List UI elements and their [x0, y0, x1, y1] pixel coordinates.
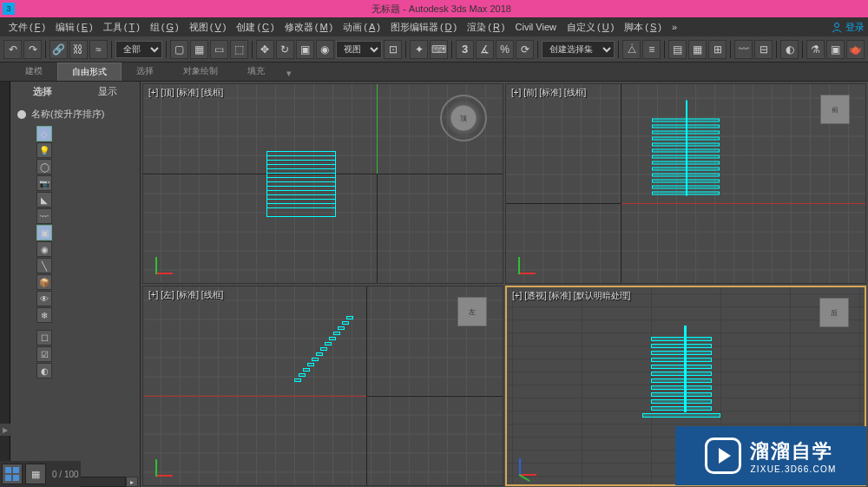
curve-editor-button[interactable]: 〰 [734, 40, 753, 59]
menu-civil-view[interactable]: Civil View [510, 20, 562, 34]
menu-tools[interactable]: 工具(T) [98, 19, 145, 36]
percent-snap-button[interactable]: % [496, 40, 514, 59]
select-object-button[interactable]: ▢ [170, 40, 188, 59]
viewport-top[interactable]: [+] [顶] [标准] [线框] 顶 [142, 83, 503, 284]
filter-hidden-icon[interactable]: ❄ [36, 307, 52, 323]
menu-rendering[interactable]: 渲染(R) [462, 19, 510, 36]
viewport-layout-button[interactable] [2, 464, 23, 484]
stairs-object-front[interactable] [652, 116, 720, 195]
explorer-button[interactable]: ▦ [688, 40, 707, 59]
material-button[interactable]: ◐ [780, 40, 799, 59]
bind-button[interactable]: ≈ [89, 40, 108, 59]
angle-snap-button[interactable]: ∡ [476, 40, 494, 59]
ribbon-tab-populate[interactable]: 填充 [233, 62, 279, 81]
menu-file[interactable]: 文件(F) [3, 19, 50, 36]
filter-xrefs-icon[interactable]: ◉ [36, 241, 52, 257]
select-window-button[interactable]: ⬚ [230, 40, 248, 59]
filter-warps-icon[interactable]: 〰 [36, 208, 52, 224]
user-icon [831, 21, 843, 33]
panel-tab-display[interactable]: 显示 [76, 82, 141, 102]
place-button[interactable]: ◉ [316, 40, 334, 59]
svg-rect-4 [13, 475, 19, 481]
viewport-left[interactable]: [+] [左] [标准] [线框] 左 [142, 286, 503, 486]
viewport-left-label[interactable]: [+] [左] [标准] [线框] [148, 289, 223, 301]
manipulate-button[interactable]: ✦ [410, 40, 428, 59]
rotate-button[interactable]: ↻ [276, 40, 294, 59]
filter-cameras-icon[interactable]: 📷 [36, 175, 52, 191]
spinner-snap-button[interactable]: ⟳ [516, 40, 534, 59]
viewcube-left[interactable]: 左 [457, 297, 487, 326]
menu-group[interactable]: 组(G) [145, 19, 184, 36]
scene-explorer-panel: 选择 显示 名称(按升序排序) ◇ 💡 ◯ 📷 ◣ 〰 ▣ ◉ ╲ 📦 👁 ❄ … [10, 82, 141, 487]
viewcube-front[interactable]: 前 [820, 95, 850, 124]
layers-button[interactable]: ▤ [668, 40, 687, 59]
menu-views[interactable]: 视图(V) [184, 19, 232, 36]
stairs-object-persp[interactable] [651, 334, 720, 418]
filter-frozen-icon[interactable]: 👁 [36, 291, 52, 306]
filter-shapes-icon[interactable]: ◯ [36, 159, 52, 174]
viewport-front[interactable]: [+] [前] [标准] [线框] 前 [505, 83, 866, 284]
scroll-right-button[interactable]: ▸ [126, 477, 138, 487]
ribbon-collapse-button[interactable]: ▾ [283, 66, 295, 81]
render-frame-button[interactable]: ▣ [826, 40, 845, 59]
menu-modifiers[interactable]: 修改器(M) [279, 19, 339, 36]
sort-indicator-icon [17, 110, 26, 119]
login-button[interactable]: 登录 [831, 21, 865, 34]
menu-graph-editors[interactable]: 图形编辑器(D) [385, 19, 462, 36]
panel-tab-select[interactable]: 选择 [10, 82, 76, 102]
menu-edit[interactable]: 编辑(E) [50, 19, 98, 36]
menubar: 文件(F) 编辑(E) 工具(T) 组(G) 视图(V) 创建(C) 修改器(M… [0, 17, 868, 36]
select-rect-button[interactable]: ▭ [210, 40, 228, 59]
scale-button[interactable]: ▣ [296, 40, 314, 59]
select-name-button[interactable]: ▦ [190, 40, 208, 59]
snap-button[interactable]: 3 [456, 40, 474, 59]
filter-containers-icon[interactable]: 📦 [36, 274, 52, 290]
filter-all-icon[interactable]: ☑ [36, 346, 52, 362]
menu-animation[interactable]: 动画(A) [338, 19, 385, 36]
viewcube-persp[interactable]: 后 [819, 298, 849, 327]
stairs-object-top[interactable] [266, 151, 336, 217]
filter-invert-icon[interactable]: ◐ [36, 363, 52, 378]
center-button[interactable]: ⊡ [384, 40, 402, 59]
frame-counter: 0 / 100 [49, 470, 79, 479]
viewcube-top[interactable]: 顶 [440, 95, 487, 141]
filter-none-icon[interactable]: ☐ [36, 330, 52, 346]
ribbon-tab-selection[interactable]: 选择 [122, 62, 168, 81]
ribbon-tab-modeling[interactable]: 建模 [10, 62, 57, 81]
svg-rect-3 [5, 475, 11, 481]
filter-geometry-icon[interactable]: ◇ [36, 126, 52, 141]
ribbon-tab-paint[interactable]: 对象绘制 [168, 62, 233, 81]
filter-groups-icon[interactable]: ▣ [36, 225, 52, 240]
schematic-button[interactable]: ⊟ [754, 40, 773, 59]
align-button[interactable]: ≡ [642, 40, 661, 59]
keyboard-button[interactable]: ⌨ [430, 40, 448, 59]
filter-helpers-icon[interactable]: ◣ [36, 192, 52, 207]
filter-bones-icon[interactable]: ╲ [36, 258, 52, 273]
ribbon-button[interactable]: ⊞ [708, 40, 727, 59]
sidebar-expand-button[interactable]: ▶ [0, 424, 10, 436]
move-button[interactable]: ✥ [256, 40, 274, 59]
viewport-top-label[interactable]: [+] [顶] [标准] [线框] [148, 87, 223, 99]
selection-filter[interactable]: 全部 [115, 41, 162, 58]
unlink-button[interactable]: ⛓ [69, 40, 88, 59]
menu-more[interactable]: » [667, 20, 682, 34]
render-setup-button[interactable]: ⚗ [806, 40, 825, 59]
viewport-shade-button[interactable]: ▦ [25, 464, 46, 484]
ribbon-tab-freeform[interactable]: 自由形式 [57, 63, 122, 81]
link-button[interactable]: 🔗 [49, 40, 68, 59]
scene-sort-header[interactable]: 名称(按升序排序) [10, 102, 140, 126]
viewport-persp-label[interactable]: [+] [透视] [标准] [默认明暗处理] [512, 290, 630, 302]
gizmo-front [518, 248, 544, 274]
gizmo-top [155, 248, 181, 274]
render-prod-button[interactable]: 🫖 [846, 40, 865, 59]
menu-maxscript[interactable]: 脚本(S) [619, 19, 667, 36]
undo-button[interactable]: ↶ [3, 40, 22, 59]
redo-button[interactable]: ↷ [23, 40, 42, 59]
coord-system[interactable]: 视图 [336, 41, 383, 58]
viewport-front-label[interactable]: [+] [前] [标准] [线框] [511, 87, 586, 99]
mirror-button[interactable]: ⧊ [622, 40, 641, 59]
selection-set-dropdown[interactable]: 创建选择集 [542, 41, 615, 58]
menu-customize[interactable]: 自定义(U) [562, 19, 619, 36]
filter-lights-icon[interactable]: 💡 [36, 142, 52, 158]
menu-create[interactable]: 创建(C) [231, 19, 279, 36]
